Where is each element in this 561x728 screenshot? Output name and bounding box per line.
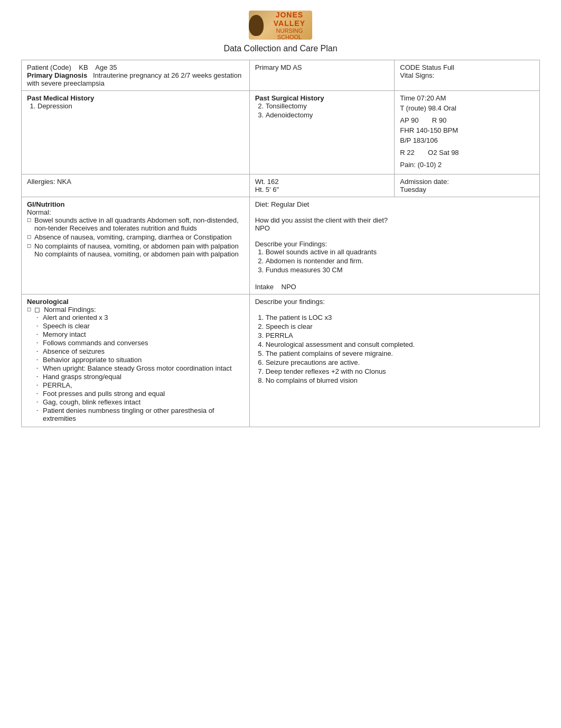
list-item: Alert and oriented x 3	[34, 314, 244, 321]
gi-section-label: GI/Nutrition	[27, 200, 244, 208]
list-item: Foot presses and pulls strong and equal	[34, 390, 244, 398]
logo-text-top: JONES VALLEY	[267, 11, 312, 27]
neuro-normal-findings: ◻ Normal Findings: Alert and oriented x …	[27, 306, 244, 422]
time-value: Time 07:20 AM	[400, 94, 446, 102]
bp-value: B/P 183/106	[400, 136, 437, 144]
allergies-row: Allergies: NKA Wt. 162 Ht. 5' 6" Admissi…	[22, 174, 540, 197]
neuro-dash-list: Alert and oriented x 3 Speech is clear M…	[34, 314, 244, 422]
list-item: Adenoidectomy	[266, 111, 389, 119]
list-item: Seizure precautions are active.	[266, 358, 534, 366]
list-item: No complains of blurred vision	[266, 376, 534, 384]
list-item: When upright: Balance steady Gross motor…	[34, 364, 244, 372]
temp-row: T (route) 98.4 Oral	[400, 104, 534, 112]
neuro-findings-list: The patient is LOC x3 Speech is clear PE…	[255, 314, 534, 384]
list-item: The patient is LOC x3	[266, 314, 534, 321]
code-status-cell: CODE Status Full Vital Signs:	[395, 60, 540, 91]
list-item: Neurological assessment and consult comp…	[266, 340, 534, 348]
primary-md-cell: Primary MD AS	[249, 60, 395, 91]
neuro-section-label: Neurological	[27, 298, 244, 306]
height-value: Ht. 5' 6"	[255, 186, 389, 193]
vitals-cell: Time 07:20 AM T (route) 98.4 Oral AP 90 …	[395, 91, 540, 174]
neuro-bullet-wrapper: ◻ Normal Findings: Alert and oriented x …	[27, 306, 244, 422]
logo-text-area: JONES VALLEY NURSING SCHOOL	[267, 11, 312, 40]
primary-diagnosis-label: Primary Diagnosis	[27, 71, 87, 79]
temp-value: T (route) 98.4 Oral	[400, 104, 456, 112]
assist-label: How did you assist the client with their…	[255, 216, 534, 224]
list-item: Speech is clear	[34, 322, 244, 330]
patient-code-label: Patient (Code)	[27, 63, 71, 71]
describe-findings-label: Describe your Findings:	[255, 240, 534, 248]
list-item: Patient denies numbness tingling or othe…	[34, 407, 244, 422]
page-header: JONES VALLEY NURSING SCHOOL Data Collect…	[21, 11, 540, 53]
allergies-label: Allergies: NKA	[27, 178, 71, 186]
intake-row: Intake NPO	[255, 283, 534, 291]
list-item: Hand grasps strong/equal	[34, 373, 244, 381]
past-surgical-label: Past Surgical History	[255, 94, 389, 102]
weight-height-cell: Wt. 162 Ht. 5' 6"	[249, 174, 395, 197]
list-item: Gag, cough, blink reflexes intact	[34, 398, 244, 406]
age-value: Age 35	[95, 63, 117, 71]
allergies-cell: Allergies: NKA	[22, 174, 250, 197]
weight-value: Wt. 162	[255, 178, 389, 186]
primary-md-label: Primary MD AS	[255, 63, 302, 71]
code-status-label: CODE Status Full	[400, 63, 454, 71]
admission-value: Tuesday	[400, 186, 534, 193]
normal-findings-label: Normal Findings:	[44, 306, 96, 314]
list-item: Bowel sounds active in all quadrants	[266, 248, 534, 256]
fhr-row: FHR 140-150 BPM	[400, 126, 534, 134]
r22-value: R 22	[400, 149, 414, 156]
logo-icon	[249, 15, 264, 36]
list-item: Abdomen is nontender and firm.	[266, 257, 534, 265]
past-surgical-cell: Past Surgical History Tonsillectomy Aden…	[249, 91, 395, 174]
neuro-bullet-icon: ◻	[34, 306, 40, 314]
list-item: The patient complains of severe migraine…	[266, 349, 534, 357]
list-item: Tonsillectomy	[266, 102, 389, 110]
patient-info-cell: Patient (Code) KB Age 35 Primary Diagnos…	[22, 60, 250, 91]
intake-label: Intake	[255, 283, 274, 291]
kb-value: KB	[79, 63, 88, 71]
bp-row: B/P 183/106	[400, 136, 534, 144]
fhr-value: FHR 140-150 BPM	[400, 126, 458, 134]
list-item: Follows commands and converses	[34, 339, 244, 347]
past-surgical-list: Tonsillectomy Adenoidectomy	[255, 102, 389, 119]
pain-value: Pain: (0-10) 2	[400, 161, 442, 169]
ap-value: AP 90	[400, 116, 418, 124]
logo-box: JONES VALLEY NURSING SCHOOL	[249, 11, 312, 40]
list-item: No complaints of nausea, vomiting, or ab…	[27, 242, 244, 258]
page-title: Data Collection and Care Plan	[21, 44, 540, 53]
r22-o2-row: R 22 O2 Sat 98	[400, 149, 534, 156]
gi-left-cell: GI/Nutrition Normal: Bowel sounds active…	[22, 197, 250, 294]
neuro-right-cell: Describe your findings: The patient is L…	[249, 294, 539, 427]
gi-normal-label: Normal:	[27, 208, 244, 216]
r-value: R 90	[432, 116, 446, 124]
list-item: Depression	[38, 102, 244, 110]
time-row: Time 07:20 AM	[400, 94, 534, 102]
list-item: PERRLA,	[34, 381, 244, 389]
past-medical-label: Past Medical History	[27, 94, 244, 102]
neuro-row: Neurological ◻ Normal Findings: Alert an…	[22, 294, 540, 427]
pain-row: Pain: (0-10) 2	[400, 161, 534, 169]
past-medical-cell: Past Medical History Depression	[22, 91, 250, 174]
neuro-left-cell: Neurological ◻ Normal Findings: Alert an…	[22, 294, 250, 427]
admission-label: Admission date:	[400, 178, 534, 186]
list-item: Speech is clear	[266, 322, 534, 330]
gi-row: GI/Nutrition Normal: Bowel sounds active…	[22, 197, 540, 294]
ap-r-row: AP 90 R 90	[400, 116, 534, 124]
intake-value: NPO	[282, 283, 296, 291]
main-table: Patient (Code) KB Age 35 Primary Diagnos…	[21, 60, 540, 427]
logo-text-bottom: NURSING SCHOOL	[267, 27, 312, 40]
list-item: Bowel sounds active in all quadrants Abd…	[27, 216, 244, 232]
neuro-describe-label: Describe your findings:	[255, 298, 534, 306]
admission-cell: Admission date: Tuesday	[395, 174, 540, 197]
o2sat-value: O2 Sat 98	[428, 149, 459, 156]
assist-value: NPO	[255, 224, 534, 232]
list-item: Fundus measures 30 CM	[266, 266, 534, 274]
gi-findings-list: Bowel sounds active in all quadrants Abd…	[255, 248, 534, 274]
past-medical-list: Depression	[27, 102, 244, 110]
list-item: Deep tender reflexes +2 with no Clonus	[266, 367, 534, 375]
patient-info-row: Patient (Code) KB Age 35 Primary Diagnos…	[22, 60, 540, 91]
history-row: Past Medical History Depression Past Sur…	[22, 91, 540, 174]
gi-right-cell: Diet: Regular Diet How did you assist th…	[249, 197, 539, 294]
logo-area: JONES VALLEY NURSING SCHOOL	[21, 11, 540, 40]
diet-label: Diet: Regular Diet	[255, 200, 534, 208]
